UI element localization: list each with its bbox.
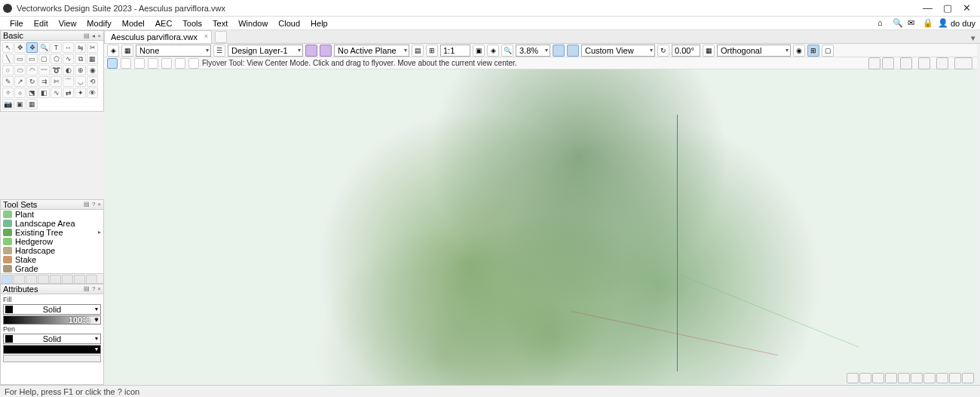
tool-39[interactable]: ✦: [75, 88, 86, 98]
nav-6[interactable]: [911, 373, 923, 383]
tool-22[interactable]: ◐: [63, 65, 74, 75]
toolset-tab-3[interactable]: [26, 275, 37, 284]
nav-5[interactable]: [898, 373, 910, 383]
scale-icon[interactable]: ⊞: [426, 45, 438, 57]
mode-4-icon[interactable]: [148, 58, 158, 69]
dimension-tool[interactable]: ↔: [63, 42, 74, 53]
plane-mode-2-icon[interactable]: [320, 45, 332, 57]
arc-tool[interactable]: ◠: [26, 65, 38, 75]
mail-icon[interactable]: ✉: [908, 18, 918, 29]
nav-1[interactable]: [847, 373, 859, 383]
document-tab-active[interactable]: Aesculus parviflora.vwx ×: [104, 30, 212, 43]
rotate-view-icon[interactable]: ↻: [657, 45, 669, 57]
tool-24[interactable]: ◉: [87, 65, 98, 75]
toolset-tab-1[interactable]: [2, 275, 13, 284]
toolset-tab-4[interactable]: [38, 275, 49, 284]
palette-menu-icon[interactable]: ▤: [84, 201, 90, 208]
menu-modify[interactable]: Modify: [81, 17, 116, 29]
view-dropdown[interactable]: Custom View: [581, 45, 655, 57]
home-icon[interactable]: ⌂: [877, 18, 888, 29]
palette-menu-icon[interactable]: ▤: [84, 285, 90, 292]
line-tool[interactable]: ╲: [2, 54, 14, 64]
attributes-header[interactable]: Attributes ▤ ? ×: [0, 284, 104, 294]
class-icon[interactable]: ▦: [121, 45, 133, 57]
menu-text[interactable]: Text: [207, 17, 233, 29]
opacity-slider[interactable]: 100%: [3, 315, 101, 325]
rotate-tool[interactable]: ↻: [26, 76, 38, 87]
selection-tool[interactable]: ↖: [2, 42, 14, 53]
nav-8[interactable]: [936, 373, 948, 383]
quick-search-icon[interactable]: [868, 57, 880, 69]
scale-field[interactable]: 1:1: [440, 45, 470, 57]
circle-tool[interactable]: ○: [2, 65, 14, 75]
saved-view-icon[interactable]: ▤: [412, 45, 424, 57]
oval-tool[interactable]: ⬭: [14, 65, 26, 75]
search-icon[interactable]: 🔍: [893, 18, 903, 29]
freehand-tool[interactable]: 〰: [38, 65, 50, 75]
mode-5-icon[interactable]: [161, 58, 172, 69]
chain-tool[interactable]: ⧉: [75, 54, 86, 64]
nav-7[interactable]: [923, 373, 936, 383]
toolset-stake[interactable]: Stake: [1, 255, 103, 264]
tool-35[interactable]: ⬔: [26, 88, 38, 98]
nav-3[interactable]: [872, 373, 884, 383]
toolset-plant[interactable]: Plant: [1, 210, 103, 219]
layer-dropdown[interactable]: Design Layer-1: [228, 45, 303, 57]
menu-aec[interactable]: AEC: [150, 17, 178, 29]
tabstrip-chevron-down-icon[interactable]: ▾: [971, 33, 975, 43]
tool-34[interactable]: ⟐: [14, 88, 26, 98]
mirror-tool[interactable]: ⇋: [75, 42, 86, 53]
layer-icon[interactable]: ☰: [213, 45, 225, 57]
palette-help-icon[interactable]: ?: [92, 285, 95, 292]
class-dropdown[interactable]: None: [136, 45, 211, 57]
palette-help-icon[interactable]: ?: [92, 201, 95, 208]
basic-palette-header[interactable]: Basic ▤ ◂ ×: [0, 30, 104, 41]
plane-dropdown[interactable]: No Active Plane: [334, 45, 409, 57]
tool-23[interactable]: ⊕: [75, 65, 86, 75]
toolsets-header[interactable]: Tool Sets ▤ ? ×: [0, 199, 104, 210]
nav-4[interactable]: [885, 373, 897, 383]
rounded-rect-tool[interactable]: ▢: [38, 54, 50, 64]
toolset-tab-2[interactable]: [14, 275, 25, 284]
view-axis-icon[interactable]: [567, 45, 579, 57]
toolset-existing-tree[interactable]: Existing Tree▸: [1, 228, 103, 237]
quick-gear-icon[interactable]: [882, 57, 894, 69]
split-tool[interactable]: ✄: [51, 76, 62, 87]
zoom-tool[interactable]: 🔍: [38, 42, 50, 53]
menu-help[interactable]: Help: [305, 17, 333, 29]
user-icon[interactable]: 👤: [938, 18, 948, 29]
fit-page-icon[interactable]: ▣: [473, 45, 485, 57]
line-weight-dropdown[interactable]: [3, 345, 101, 354]
curve-tool[interactable]: ⌒: [63, 76, 74, 87]
close-button[interactable]: ✕: [963, 2, 971, 14]
palette-close-icon[interactable]: ×: [97, 285, 101, 292]
mode-pref-icon[interactable]: [188, 58, 199, 69]
maximize-button[interactable]: ▢: [943, 2, 952, 14]
menu-tools[interactable]: Tools: [177, 17, 207, 29]
fit-objects-icon[interactable]: ◈: [487, 45, 499, 57]
menu-model[interactable]: Model: [117, 17, 150, 29]
view-cube-icon[interactable]: [553, 45, 565, 57]
palette-close-icon[interactable]: ×: [97, 32, 101, 39]
spiral-tool[interactable]: ➰: [51, 65, 62, 75]
zoom-icon[interactable]: 🔍: [501, 45, 513, 57]
offset-tool[interactable]: ⇉: [38, 76, 50, 87]
tool-33[interactable]: ✧: [2, 88, 14, 98]
reshape-tool[interactable]: ↗: [14, 76, 26, 87]
mode-1-icon[interactable]: [107, 58, 118, 69]
palette-down-icon[interactable]: ◂: [92, 32, 95, 39]
tool-37[interactable]: ∿: [51, 88, 62, 98]
menu-view[interactable]: View: [54, 17, 82, 29]
tab-close-icon[interactable]: ×: [204, 32, 208, 40]
fillet-tool[interactable]: ◡: [75, 76, 86, 87]
multi-view-icon[interactable]: ⊞: [807, 45, 819, 57]
toolset-grade[interactable]: Grade: [1, 264, 103, 273]
toolset-hardscape[interactable]: Hardscape: [1, 246, 103, 255]
quick-render-icon[interactable]: [918, 57, 930, 69]
menu-file[interactable]: File: [5, 17, 29, 29]
nav-10[interactable]: [962, 373, 974, 383]
toolset-tab-7[interactable]: [74, 275, 85, 284]
minimize-button[interactable]: —: [923, 2, 933, 14]
wall-tool[interactable]: ▭: [14, 54, 26, 64]
toolset-tab-5[interactable]: [50, 275, 61, 284]
